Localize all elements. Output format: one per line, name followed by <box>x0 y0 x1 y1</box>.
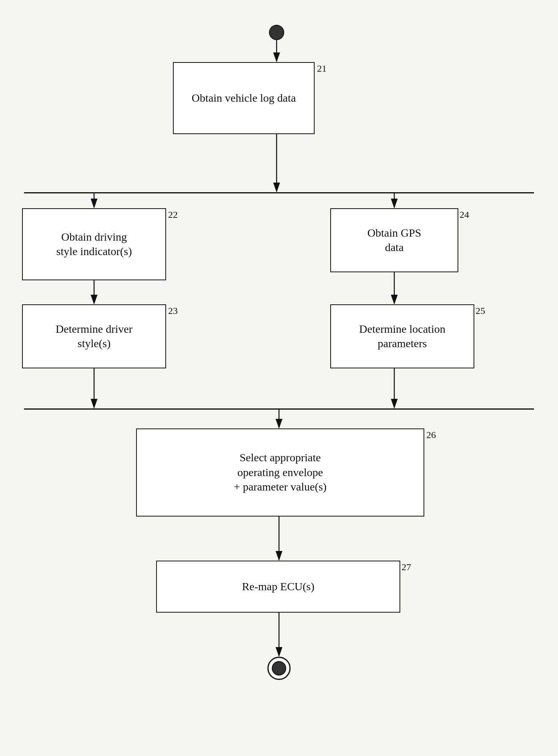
arrows-svg <box>0 0 558 756</box>
flowchart-diagram: Obtain vehicle log data 21 Obtain drivin… <box>0 0 558 756</box>
